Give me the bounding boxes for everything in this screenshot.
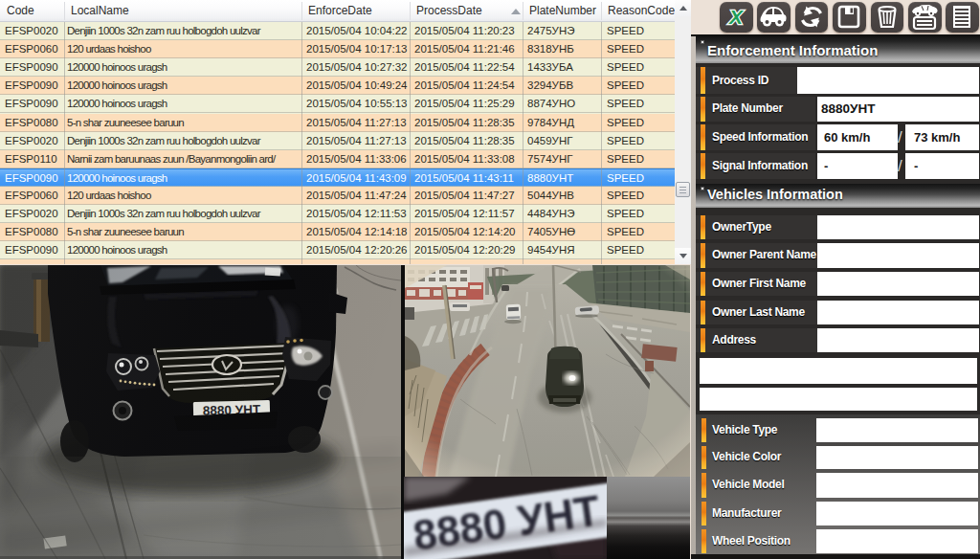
svg-text:X: X: [728, 6, 745, 28]
